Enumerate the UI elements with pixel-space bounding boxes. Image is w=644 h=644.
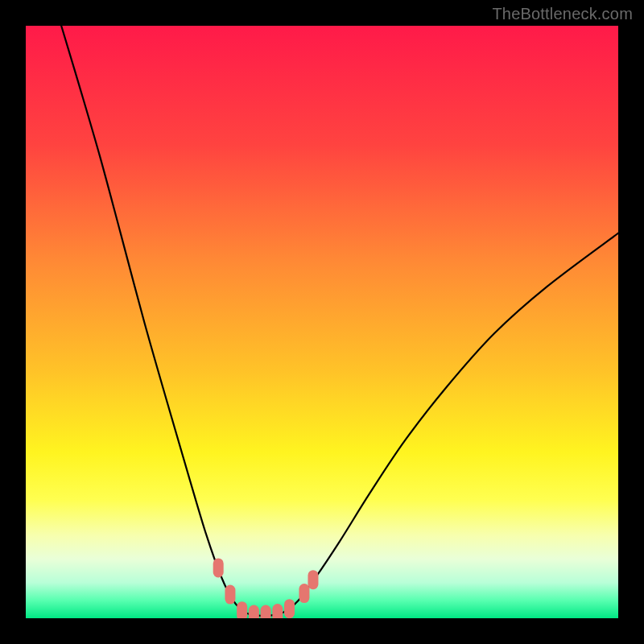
highlight-marker [225, 585, 235, 605]
highlight-markers [213, 558, 319, 618]
highlight-marker [237, 601, 247, 618]
highlight-marker [213, 558, 224, 577]
highlight-marker [272, 604, 283, 618]
watermark-text: TheBottleneck.com [492, 5, 633, 23]
highlight-marker [299, 584, 309, 603]
highlight-marker [284, 599, 295, 618]
highlight-marker [249, 605, 259, 618]
curve-layer [26, 26, 618, 618]
highlight-marker [308, 570, 318, 589]
bottleneck-curve [61, 26, 618, 616]
chart-frame: TheBottleneck.com [0, 0, 644, 644]
highlight-marker [261, 605, 271, 618]
plot-area [26, 26, 618, 618]
